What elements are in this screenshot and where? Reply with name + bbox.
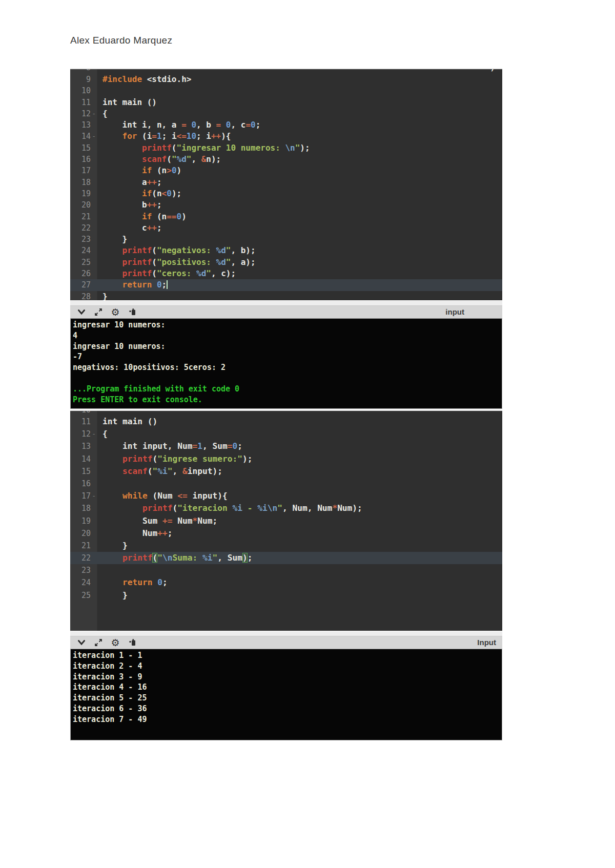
console-output-2[interactable]: iteracion 1 - 1iteracion 2 - 4iteracion … — [70, 649, 502, 740]
token: == — [167, 212, 176, 221]
clipped-code-line: 10 — [70, 411, 502, 416]
token: %i — [257, 503, 268, 513]
code-text: b++; — [97, 199, 162, 211]
code-text: if (n>0) — [97, 165, 181, 176]
clipped-code-line: 8) — [70, 69, 502, 74]
token: ); — [172, 189, 181, 198]
console-line: 4 — [73, 330, 502, 341]
code-text: { — [97, 108, 108, 119]
token: ; — [157, 200, 162, 210]
code-text: } — [97, 291, 108, 300]
line-number: 20 — [70, 199, 97, 211]
code-line: 27 return 0; — [70, 279, 502, 291]
clear-console-icon[interactable] — [128, 307, 137, 317]
token: { — [102, 109, 108, 118]
token: , — [191, 154, 201, 164]
token: = — [152, 131, 157, 141]
token: int i, n, a — [102, 120, 181, 130]
input-tab-label[interactable]: input — [445, 307, 464, 316]
code-line: 19 Sum += Num*Num; — [70, 515, 502, 527]
code-text: { — [97, 428, 108, 440]
code-line: 18 a++; — [70, 177, 502, 188]
input-tab-label[interactable]: Input — [477, 638, 496, 647]
token: if — [142, 189, 152, 198]
code-text: ) — [97, 69, 502, 73]
code-line: 15 scanf("%i", &input); — [70, 465, 502, 478]
line-number: 24 — [70, 576, 97, 589]
code-editor-2[interactable]: 1011int main ()12-{13 int input, Num=1, … — [70, 410, 502, 631]
code-text: int i, n, a = 0, b = 0, c=0; — [97, 119, 260, 131]
token: %i — [157, 466, 168, 476]
token: } — [102, 590, 128, 600]
token: for — [122, 131, 137, 141]
fold-marker-icon[interactable]: - — [92, 428, 96, 440]
token: , a); — [231, 257, 255, 267]
token: } — [102, 541, 128, 550]
token: " — [172, 154, 177, 164]
line-number: 14 — [70, 453, 97, 465]
code-line: 10 — [70, 411, 502, 416]
collapse-console-icon[interactable] — [77, 638, 86, 647]
token: ); — [300, 143, 310, 153]
line-number: 25 — [70, 257, 97, 268]
token: printf — [122, 268, 152, 278]
clear-console-icon[interactable] — [128, 638, 137, 647]
line-number: 15 — [70, 142, 97, 154]
line-number: 26 — [70, 268, 97, 279]
token: 0 — [172, 166, 177, 175]
line-number: 12- — [70, 108, 97, 119]
line-number: 19 — [70, 515, 97, 527]
token: %d — [177, 154, 187, 164]
settings-gear-icon[interactable]: ⚙ — [111, 638, 120, 647]
token: 0 — [226, 120, 231, 130]
code-text: int main () — [97, 97, 157, 108]
line-number: 24 — [70, 245, 97, 256]
token: ( — [152, 268, 157, 278]
token: printf — [122, 454, 152, 464]
token: %i — [202, 553, 213, 563]
token: , c); — [211, 268, 236, 278]
code-text: return 0; — [97, 279, 168, 291]
token: " — [277, 503, 282, 513]
token: 10 — [187, 131, 196, 141]
line-number: 17- — [70, 490, 97, 502]
token: return — [122, 577, 152, 587]
code-line: 11int main () — [70, 416, 502, 428]
expand-console-icon[interactable] — [94, 638, 103, 647]
collapse-console-icon[interactable] — [77, 307, 86, 317]
editor-hscrollbar[interactable] — [70, 300, 502, 306]
console-output-1[interactable]: ingresar 10 numeros:4ingresar 10 numeros… — [70, 318, 502, 409]
token: if — [142, 212, 152, 221]
console-line: iteracion 3 - 9 — [73, 672, 502, 683]
fold-marker-icon[interactable]: - — [92, 108, 96, 119]
token: ) — [177, 166, 182, 175]
code-line: 17- while (Num <= input){ — [70, 490, 502, 502]
token: "positivos: — [157, 257, 216, 267]
token — [221, 120, 226, 130]
token: ) — [181, 212, 187, 221]
expand-console-icon[interactable] — [94, 307, 103, 317]
fold-marker-icon[interactable]: - — [92, 131, 96, 142]
code-text: printf("\nSuma: %i", Sum); — [97, 552, 252, 564]
code-text: return 0; — [97, 576, 168, 589]
code-line: 25 } — [70, 589, 502, 602]
line-number: 21 — [70, 540, 97, 552]
token: , Num, Num — [282, 503, 332, 513]
token: (n — [152, 212, 167, 221]
token: 0 — [167, 189, 172, 198]
line-number: 21 — [70, 211, 97, 222]
editor-hscrollbar[interactable] — [70, 631, 502, 636]
token: Num — [102, 528, 157, 538]
settings-gear-icon[interactable]: ⚙ — [111, 307, 120, 317]
token: <stdio.h> — [142, 74, 191, 84]
code-text: scanf("%d", &n); — [97, 154, 221, 165]
token: <= — [177, 491, 188, 501]
token — [102, 166, 142, 175]
fold-marker-icon[interactable]: - — [92, 490, 96, 502]
code-editor-1[interactable]: 8)9#include <stdio.h>1011int main ()12-{… — [70, 68, 502, 300]
line-number: 20 — [70, 527, 97, 540]
token: Num; — [197, 516, 217, 526]
token: * — [332, 503, 337, 513]
token: ; — [248, 553, 253, 563]
token: ( — [152, 454, 157, 464]
